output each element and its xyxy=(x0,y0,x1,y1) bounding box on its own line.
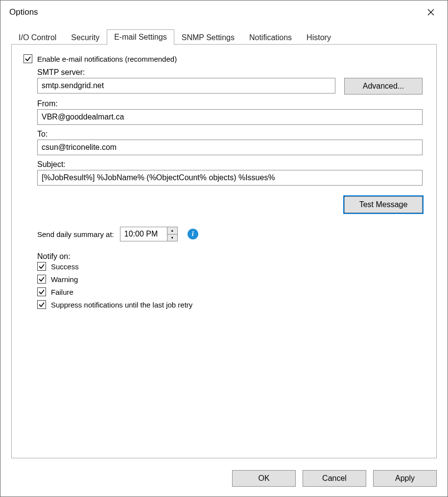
notify-failure-checkbox[interactable] xyxy=(37,287,46,296)
to-input[interactable] xyxy=(37,140,423,155)
smtp-row: Advanced... xyxy=(37,78,423,95)
smtp-label: SMTP server: xyxy=(37,68,423,77)
close-icon xyxy=(427,8,435,16)
to-label: To: xyxy=(37,130,423,139)
checkmark-icon xyxy=(24,55,31,62)
subject-input[interactable] xyxy=(37,170,423,186)
titlebar: Options xyxy=(0,0,448,24)
spinner-up-button[interactable]: ▲ xyxy=(167,227,177,235)
checkmark-icon xyxy=(38,288,45,295)
notify-warning-checkbox[interactable] xyxy=(37,275,46,284)
enable-email-row: Enable e-mail notifications (recommended… xyxy=(24,54,423,63)
cancel-button[interactable]: Cancel xyxy=(303,470,366,487)
notify-suppress-row: Suppress notifications until the last jo… xyxy=(37,300,423,309)
window-title: Options xyxy=(9,7,38,17)
tab-history[interactable]: History xyxy=(299,30,338,45)
from-label: From: xyxy=(37,99,423,108)
checkmark-icon xyxy=(38,263,45,270)
tab-notifications[interactable]: Notifications xyxy=(242,30,299,45)
notify-warning-label: Warning xyxy=(51,275,78,284)
content-area: I/O Control Security E-mail Settings SNM… xyxy=(0,24,448,467)
notify-failure-label: Failure xyxy=(51,288,73,296)
spinner-buttons: ▲ ▼ xyxy=(167,227,177,241)
notify-success-row: Success xyxy=(37,262,423,271)
notify-on-label: Notify on: xyxy=(37,252,423,261)
summary-time-input[interactable] xyxy=(120,227,167,241)
notify-section: Notify on: Success Warning xyxy=(37,252,423,309)
notify-warning-row: Warning xyxy=(37,275,423,284)
notify-suppress-label: Suppress notifications until the last jo… xyxy=(51,301,192,309)
dialog-footer: OK Cancel Apply xyxy=(0,470,448,497)
tab-snmp-settings[interactable]: SNMP Settings xyxy=(174,30,242,45)
test-message-row: Test Message xyxy=(37,196,423,213)
summary-time-spinner[interactable]: ▲ ▼ xyxy=(120,227,178,241)
tab-io-control[interactable]: I/O Control xyxy=(11,30,64,45)
ok-button[interactable]: OK xyxy=(232,470,296,487)
info-icon[interactable]: i xyxy=(188,229,198,239)
notify-suppress-checkbox[interactable] xyxy=(37,300,46,309)
options-dialog: Options I/O Control Security E-mail Sett… xyxy=(0,0,448,497)
notify-success-label: Success xyxy=(51,262,79,271)
close-button[interactable] xyxy=(421,4,441,20)
tab-panel-email: Enable e-mail notifications (recommended… xyxy=(11,44,437,458)
advanced-button[interactable]: Advanced... xyxy=(344,78,423,95)
daily-summary-row: Send daily summary at: ▲ ▼ i xyxy=(37,227,423,241)
from-input[interactable] xyxy=(37,109,423,125)
notify-success-checkbox[interactable] xyxy=(37,262,46,271)
checkmark-icon xyxy=(38,301,45,308)
smtp-server-input[interactable] xyxy=(37,78,335,94)
test-message-button[interactable]: Test Message xyxy=(344,196,423,213)
enable-email-label: Enable e-mail notifications (recommended… xyxy=(37,55,177,63)
notify-failure-row: Failure xyxy=(37,287,423,296)
email-form: SMTP server: Advanced... From: To: Subje… xyxy=(37,68,423,309)
subject-label: Subject: xyxy=(37,160,423,169)
enable-email-checkbox[interactable] xyxy=(24,54,32,63)
daily-summary-label: Send daily summary at: xyxy=(37,230,114,238)
tab-security[interactable]: Security xyxy=(64,30,107,45)
tabs-row: I/O Control Security E-mail Settings SNM… xyxy=(11,29,437,45)
spinner-down-button[interactable]: ▼ xyxy=(167,235,177,241)
checkmark-icon xyxy=(38,276,45,283)
tab-email-settings[interactable]: E-mail Settings xyxy=(107,29,174,45)
apply-button[interactable]: Apply xyxy=(373,470,437,487)
